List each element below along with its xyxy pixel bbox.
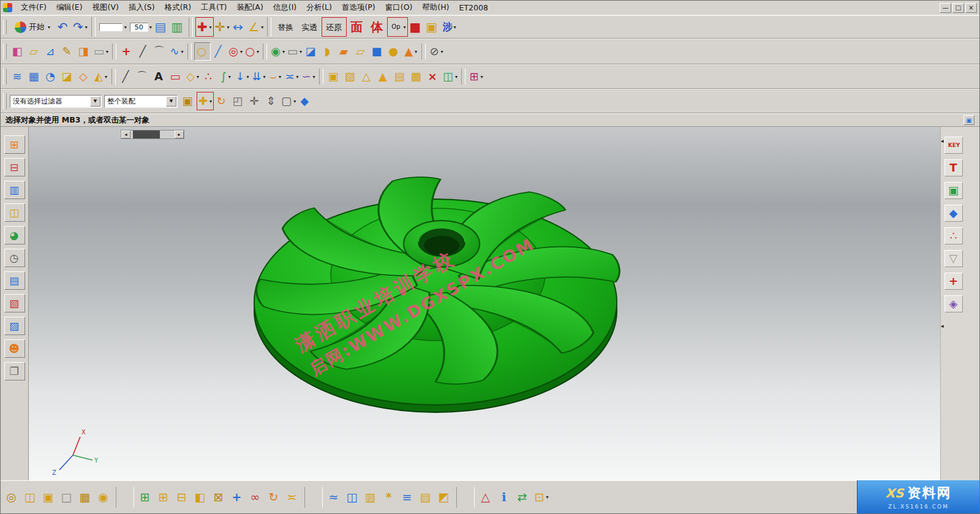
chevron-down-icon[interactable]: ▼	[90, 96, 100, 107]
select-components-icon[interactable]: ▣	[180, 92, 197, 110]
shaded-view-icon[interactable]: ◰	[230, 92, 247, 110]
datum-plane-icon[interactable]: ▱	[26, 42, 43, 61]
mirror-assembly-icon[interactable]: ◧	[192, 487, 210, 508]
replace-button[interactable]: 替换	[274, 17, 298, 37]
menu-item[interactable]: 帮助(H)	[417, 1, 454, 14]
graphics-window[interactable]: ◂ ▸	[29, 127, 940, 480]
collapse-left-icon[interactable]: ◂	[941, 138, 944, 144]
studio-spline-icon[interactable]: ∿ ▾	[168, 42, 185, 61]
scroll-right-icon[interactable]: ▸	[175, 130, 184, 138]
template-t-icon[interactable]: T	[944, 159, 963, 176]
spectrum-icon[interactable]: ▧	[4, 294, 25, 312]
redo-button[interactable]: ↷ ▾	[72, 17, 89, 37]
delete-body-icon[interactable]: ×	[425, 67, 442, 86]
layer-settings-icon[interactable]: ▤	[153, 17, 170, 37]
red-block-icon[interactable]: ■	[408, 17, 424, 37]
reuse-library-icon[interactable]: ◫	[4, 203, 25, 222]
exploded-view-icon[interactable]: *	[380, 487, 399, 508]
combined-projection-icon[interactable]: ⇊ ▾	[251, 67, 267, 86]
face-button[interactable]: 面	[347, 17, 367, 37]
patch-icon[interactable]: ▩	[409, 67, 425, 86]
selection-scope-dropdown[interactable]: 整个装配 ▼	[104, 95, 178, 108]
snap-point-button[interactable]: ✚ ▾	[197, 92, 214, 110]
find-component-icon[interactable]: ◎	[3, 487, 21, 508]
polygon-tool-icon[interactable]: ◇ ▾	[184, 67, 201, 86]
plane-menu-icon[interactable]: ▭ ▾	[92, 42, 110, 61]
unite-icon[interactable]: ◉ ▾	[270, 42, 286, 61]
sheet-body-icon[interactable]: ▱	[353, 42, 369, 61]
component-preview-icon[interactable]: ▣	[40, 487, 58, 508]
point-icon[interactable]: +	[119, 42, 135, 61]
bounded-plane-icon[interactable]: ▭ ▾	[286, 42, 303, 61]
through-curves-icon[interactable]: ≋	[10, 67, 26, 86]
sketch-icon[interactable]: ✎	[59, 42, 76, 61]
proximity-open-icon[interactable]: ◉	[95, 487, 113, 508]
new-component-icon[interactable]: ⊞	[155, 487, 173, 508]
wcs-dynamics-icon[interactable]: ✛ ▾	[214, 17, 231, 37]
line-icon[interactable]: ╱	[211, 42, 227, 61]
open-component-icon[interactable]: ◫	[21, 487, 40, 508]
extrude-solid-icon[interactable]: ◪	[303, 42, 320, 61]
system-materials-icon[interactable]: ▤	[4, 271, 25, 290]
menu-item[interactable]: 首选项(P)	[337, 1, 380, 14]
body-button[interactable]: 体	[367, 17, 387, 37]
orbit-view-icon[interactable]: ↻	[214, 92, 230, 110]
replace-refset-icon[interactable]: ▥	[362, 487, 380, 508]
model-green-icon[interactable]: ▣	[944, 182, 963, 199]
thicken-icon[interactable]: ▤	[392, 67, 409, 86]
menu-item[interactable]: 编辑(E)	[51, 1, 88, 14]
menu-item[interactable]: 文件(F)	[16, 1, 51, 14]
orient-view-icon[interactable]: ✚ ▾	[195, 17, 214, 37]
arc-tool-icon[interactable]: ⌒	[152, 42, 168, 61]
extract-curve-icon[interactable]: ∽ ▾	[300, 67, 317, 86]
assembly-info-icon[interactable]: ℹ	[496, 487, 514, 508]
menu-item[interactable]: 插入(S)	[124, 1, 160, 14]
collapse-left-icon[interactable]: ◂	[941, 323, 944, 329]
arc-curve-icon[interactable]: ⌒	[135, 67, 151, 86]
assembly-constraints-icon[interactable]: ∞	[247, 487, 265, 508]
text-tool-icon[interactable]: A	[151, 67, 168, 86]
assembly-navigator-icon[interactable]: ⊞	[4, 135, 25, 154]
clone-assembly-icon[interactable]: ◩	[435, 487, 454, 508]
menu-item[interactable]: 装配(A)	[232, 1, 268, 14]
interpart-copy-icon[interactable]: ◫	[344, 487, 362, 508]
menu-item[interactable]: 信息(I)	[268, 1, 301, 14]
chevron-down-icon[interactable]: ▼	[166, 96, 176, 107]
part-families-icon[interactable]: ◧	[10, 42, 26, 61]
horizontal-scrollbar[interactable]: ◂ ▸	[121, 130, 184, 139]
wrap-geometry-icon[interactable]: ▣	[326, 67, 342, 86]
revolve-icon[interactable]: ◗	[320, 42, 336, 61]
extension-surface-icon[interactable]: ◭ ▾	[92, 67, 109, 86]
menu-item[interactable]: 工具(T)	[196, 1, 232, 14]
extrude-icon[interactable]: ◨	[76, 42, 92, 61]
clearance-analysis-icon[interactable]: △	[477, 487, 496, 508]
marquee-select-icon[interactable]: ▢ ▾	[280, 92, 297, 110]
trim-body-icon[interactable]: ⊘ ▾	[428, 42, 445, 61]
show-outline-icon[interactable]: □	[58, 487, 77, 508]
model-purple-icon[interactable]: ◈	[944, 295, 963, 312]
studio-surface-icon[interactable]: ◔	[43, 67, 59, 86]
interpart-link-icon[interactable]: ⇄	[514, 487, 532, 508]
windows-icon[interactable]: ❐	[4, 362, 25, 380]
zoom-view-icon[interactable]: ⇕	[263, 92, 280, 110]
cylinder-icon[interactable]: ●	[386, 42, 402, 61]
chain-curve-icon[interactable]: ○	[194, 42, 211, 61]
menu-item[interactable]: 视图(V)	[88, 1, 124, 14]
history-icon[interactable]: ◷	[4, 249, 25, 267]
datum-csys-icon[interactable]: ⊿	[43, 42, 59, 61]
menu-item[interactable]: 窗口(O)	[380, 1, 418, 14]
layer-visibility-icon[interactable]: ▥	[170, 17, 186, 37]
show-dof-icon[interactable]: ↻	[265, 487, 284, 508]
pan-view-icon[interactable]: ✛	[247, 92, 263, 110]
web-browser-icon[interactable]: ◕	[4, 226, 25, 244]
undo-button[interactable]: ↶	[55, 17, 72, 37]
measure-distance-icon[interactable]: ↔	[230, 17, 247, 37]
n-sided-surface-icon[interactable]: ◇	[76, 67, 92, 86]
scroll-thumb[interactable]	[133, 130, 160, 138]
impeller-model[interactable]	[239, 149, 631, 437]
add-component-icon[interactable]: ⊞	[137, 487, 155, 508]
suppress-component-icon[interactable]: ⊠	[210, 487, 228, 508]
rectangle-tool-icon[interactable]: ▭	[168, 67, 184, 86]
model-blue-icon[interactable]: ◆	[944, 205, 963, 222]
translucency-button[interactable]: 实透	[298, 17, 322, 37]
